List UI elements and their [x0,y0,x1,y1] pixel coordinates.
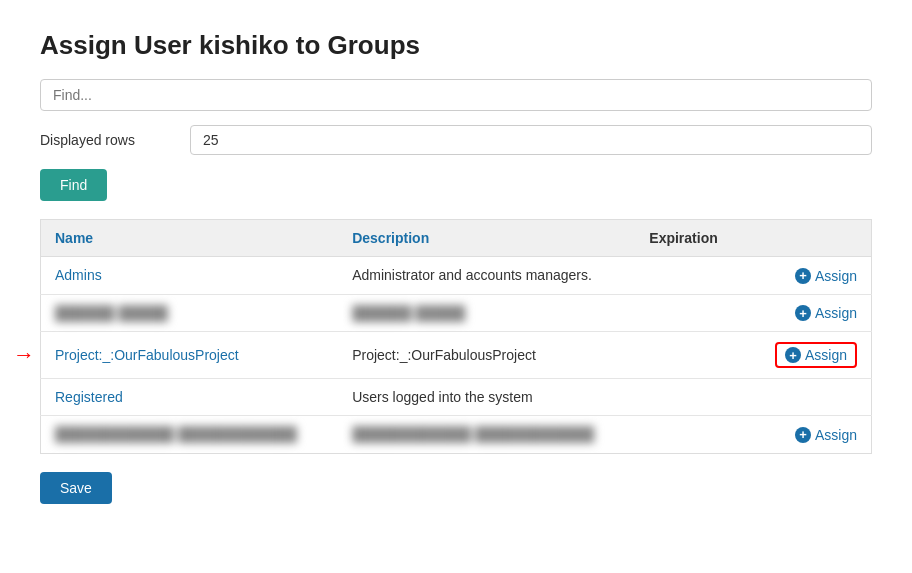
groups-table: Name Description Expiration AdminsAdmini… [40,219,872,454]
group-description: Users logged into the system [352,389,533,405]
assign-button[interactable]: +Assign [795,427,857,443]
table-row: AdminsAdministrator and accounts manager… [41,257,872,295]
search-input[interactable] [40,79,872,111]
assign-label: Assign [815,427,857,443]
group-expiration [635,294,741,332]
plus-icon: + [795,268,811,284]
column-name: Name [41,220,339,257]
assign-button[interactable]: +Assign [775,342,857,368]
assign-button[interactable]: +Assign [795,268,857,284]
column-expiration: Expiration [635,220,741,257]
displayed-rows-label: Displayed rows [40,132,170,148]
group-name-link[interactable]: Project:_:OurFabulousProject [55,347,239,363]
group-name-link[interactable]: Admins [55,267,102,283]
find-button[interactable]: Find [40,169,107,201]
table-header-row: Name Description Expiration [41,220,872,257]
table-row: RegisteredUsers logged into the system [41,379,872,416]
assign-label: Assign [815,268,857,284]
plus-icon: + [795,305,811,321]
plus-icon: + [785,347,801,363]
group-expiration [635,416,741,454]
group-expiration [635,379,741,416]
group-name-blurred: ██████ █████ [55,305,168,321]
page-title: Assign User kishiko to Groups [40,30,872,61]
group-description: Project:_:OurFabulousProject [352,347,536,363]
assign-button[interactable]: +Assign [795,305,857,321]
row-arrow-indicator: → [13,342,35,368]
plus-icon: + [795,427,811,443]
table-row: ██████ ███████████ █████+Assign [41,294,872,332]
group-expiration [635,257,741,295]
column-actions [742,220,872,257]
table-row: →Project:_:OurFabulousProjectProject:_:O… [41,332,872,379]
group-name-link[interactable]: Registered [55,389,123,405]
column-description: Description [338,220,635,257]
group-description-blurred: ████████████ ████████████ [352,426,594,442]
group-expiration [635,332,741,379]
assign-label: Assign [815,305,857,321]
group-description-blurred: ██████ █████ [352,305,465,321]
displayed-rows-input[interactable] [190,125,872,155]
group-description: Administrator and accounts managers. [352,267,592,283]
save-button[interactable]: Save [40,472,112,504]
table-row: ████████████ ████████████████████████ ██… [41,416,872,454]
group-name-blurred: ████████████ ████████████ [55,426,297,442]
assign-label: Assign [805,347,847,363]
